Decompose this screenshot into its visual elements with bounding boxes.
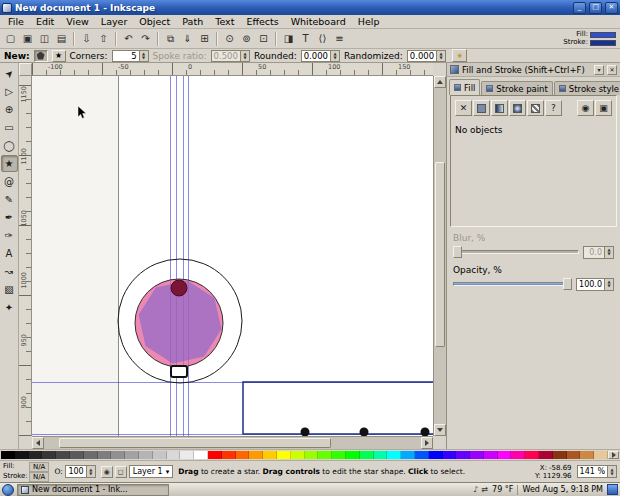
volume-icon[interactable]: ♪	[473, 485, 478, 494]
minimize-button[interactable]: _	[573, 2, 586, 14]
updates-icon[interactable]: ⇄	[481, 485, 488, 494]
palette-swatch[interactable]	[222, 451, 236, 459]
hscroll-track[interactable]	[44, 437, 421, 449]
palette-swatch[interactable]	[277, 451, 291, 459]
tab-fill[interactable]: Fill	[449, 79, 480, 95]
palette-swatch[interactable]	[194, 451, 208, 459]
rectangle-tool[interactable]: ▭	[1, 119, 18, 136]
blur-spinbox[interactable]: 0.0	[583, 246, 614, 259]
selector-tool[interactable]: ➤	[1, 65, 18, 82]
palette-swatch[interactable]	[167, 451, 181, 459]
xml-editor-icon[interactable]: ⟨⟩	[314, 30, 331, 47]
palette-swatch[interactable]	[15, 451, 29, 459]
fill-stroke-dialog-icon[interactable]: ◨	[280, 30, 297, 47]
spoke-ratio-steppers[interactable]	[240, 51, 249, 61]
white-handle-rect-shape[interactable]	[171, 366, 187, 377]
import-icon[interactable]: ⇩	[78, 30, 95, 47]
menu-help[interactable]: Help	[352, 15, 386, 28]
star-tool[interactable]: ★	[1, 155, 18, 172]
palette-swatch[interactable]	[305, 451, 319, 459]
horizontal-scrollbar[interactable]	[32, 436, 433, 449]
zoom-spinbox[interactable]: 141 %	[577, 465, 617, 478]
spoke-ratio-spinbox[interactable]: 0.500	[211, 50, 250, 62]
opacity-steppers[interactable]	[604, 279, 613, 290]
close-button[interactable]: ✕	[605, 2, 618, 14]
menu-path[interactable]: Path	[176, 15, 209, 28]
opacity-slider[interactable]	[453, 277, 572, 291]
palette-swatch[interactable]	[208, 451, 222, 459]
menu-view[interactable]: View	[60, 15, 95, 28]
palette-swatch[interactable]	[470, 451, 484, 459]
pattern-button[interactable]	[527, 100, 544, 116]
open-document-icon[interactable]: ▣	[19, 30, 36, 47]
menu-effects[interactable]: Effects	[240, 15, 284, 28]
flat-color-button[interactable]	[473, 100, 490, 116]
print-icon[interactable]: ▤	[53, 30, 70, 47]
node-tool[interactable]: ▷	[1, 83, 18, 100]
rounded-steppers[interactable]	[330, 51, 339, 61]
clock-applet[interactable]: Wed Aug 5, 9:18 PM	[522, 485, 603, 494]
save-document-icon[interactable]: ◫	[36, 30, 53, 47]
dialog-close-button[interactable]: ✕	[607, 65, 617, 75]
layer-selector[interactable]: Layer 1	[129, 465, 173, 478]
palette-swatch[interactable]	[498, 451, 512, 459]
rounded-spinbox[interactable]: 0.000	[301, 50, 340, 62]
palette-swatch[interactable]	[567, 451, 581, 459]
palette-swatch[interactable]	[360, 451, 374, 459]
menu-whiteboard[interactable]: Whiteboard	[285, 15, 352, 28]
palette-swatch[interactable]	[429, 451, 443, 459]
palette-swatch[interactable]	[153, 451, 167, 459]
randomized-steppers[interactable]	[436, 51, 445, 61]
palette-swatch[interactable]	[443, 451, 457, 459]
defaults-button[interactable]: ✴	[452, 49, 467, 62]
palette-swatch[interactable]	[70, 451, 84, 459]
blur-slider[interactable]	[453, 245, 579, 259]
palette-swatch[interactable]	[98, 451, 112, 459]
palette-swatch[interactable]	[236, 451, 250, 459]
canvas[interactable]	[32, 76, 433, 436]
master-opacity-spinbox[interactable]: 100	[65, 465, 96, 478]
vscroll-track[interactable]	[434, 88, 446, 424]
redo-icon[interactable]: ↷	[137, 30, 154, 47]
palette-swatch[interactable]	[291, 451, 305, 459]
duplicate-icon[interactable]: ⊞	[196, 30, 213, 47]
dialog-menu-button[interactable]: ▾	[594, 65, 604, 75]
polygon-mode-button[interactable]	[34, 50, 48, 62]
layer-lock-icon[interactable]: ◻	[115, 466, 127, 478]
connector-tool[interactable]: ↝	[1, 263, 18, 280]
opacity-slider-handle[interactable]	[563, 278, 572, 290]
palette-swatch[interactable]	[580, 451, 594, 459]
palette-swatch[interactable]	[125, 451, 139, 459]
palette-scroll-right-icon[interactable]	[608, 451, 619, 459]
palette-swatch[interactable]	[1, 451, 15, 459]
scroll-down-icon[interactable]	[434, 424, 446, 436]
palette-swatch[interactable]	[415, 451, 429, 459]
pencil-tool[interactable]: ✎	[1, 191, 18, 208]
palette-swatch[interactable]	[332, 451, 346, 459]
temperature-applet[interactable]: 79 °F	[492, 485, 513, 494]
bottom-dot-shape[interactable]	[421, 428, 430, 437]
scroll-right-icon[interactable]	[421, 437, 433, 449]
maximize-button[interactable]: □	[589, 2, 602, 14]
zoom-tool[interactable]: ⊕	[1, 101, 18, 118]
fill-stroke-indicator[interactable]: Fill:N/A Stroke:N/A	[3, 462, 49, 482]
corners-spinbox[interactable]: 5	[112, 50, 149, 62]
maroon-dot-shape[interactable]	[171, 280, 187, 296]
palette-swatch[interactable]	[84, 451, 98, 459]
dropper-tool[interactable]: ✦	[1, 299, 18, 316]
fill-rule-evenodd-button[interactable]: ◉	[577, 100, 594, 116]
palette-swatch[interactable]	[484, 451, 498, 459]
mouse-cursor[interactable]	[78, 106, 86, 118]
ruler-h[interactable]: -100-50050100150200	[32, 63, 433, 76]
bottom-dot-shape[interactable]	[301, 428, 310, 437]
text-dialog-icon[interactable]: T	[297, 30, 314, 47]
ellipse-tool[interactable]: ◯	[1, 137, 18, 154]
master-opacity-steppers[interactable]	[86, 466, 95, 477]
palette-swatch[interactable]	[525, 451, 539, 459]
align-dialog-icon[interactable]: ≡	[331, 30, 348, 47]
palette-swatch[interactable]	[511, 451, 525, 459]
menu-text[interactable]: Text	[209, 15, 240, 28]
palette-swatch[interactable]	[318, 451, 332, 459]
blur-steppers[interactable]	[604, 247, 613, 258]
layer-visibility-icon[interactable]: ◉	[101, 466, 113, 478]
